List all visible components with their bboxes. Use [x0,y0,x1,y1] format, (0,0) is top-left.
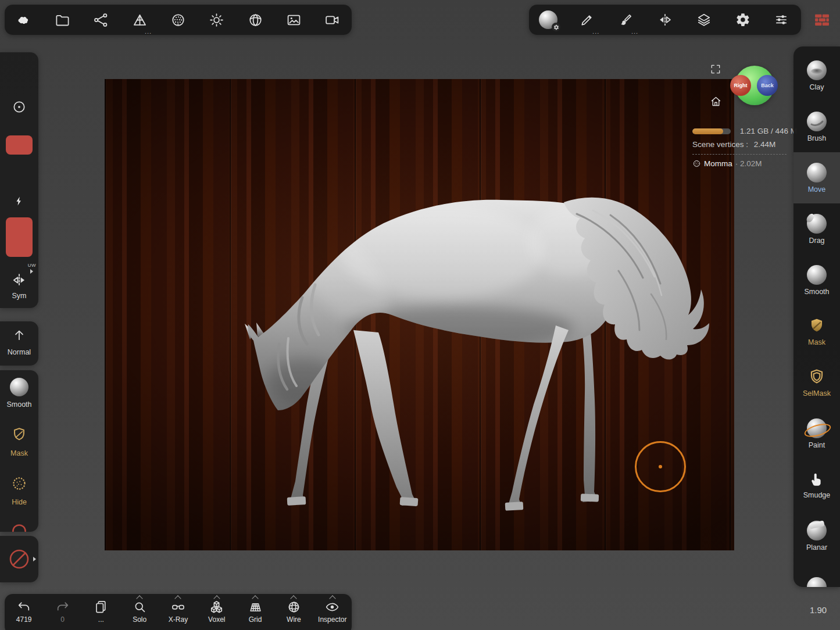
intensity-slider[interactable] [6,217,33,257]
tool-move[interactable]: Move [793,152,840,203]
gizmo-back-axis[interactable]: Back [757,75,778,96]
scene-vertices-label: Scene vertices : [692,140,748,149]
intensity-bolt-icon [13,195,25,207]
mask-quick-icon[interactable] [11,427,27,443]
sym-label: Sym [0,292,38,300]
stroke-settings-panel: UW Sym [0,52,38,308]
redo-button[interactable]: 0 [44,594,80,630]
mesh-row[interactable]: Momma · 2.02M [692,159,792,168]
planar-cut [809,520,825,529]
orientation-gizmo[interactable]: Right Back [730,61,779,110]
tool-smooth-label: Smooth [804,288,829,296]
layers-button[interactable] [690,6,718,34]
brush-cursor [635,441,686,492]
tool-paint[interactable]: Paint [793,408,840,459]
paintbrush-button[interactable]: ... [612,6,640,34]
layers-icon [696,12,712,27]
material-icon [248,12,263,28]
gizmo-right-axis[interactable]: Right [730,75,751,96]
brush-more-dots: ... [631,28,638,35]
lighting-icon [209,12,224,28]
mask-shield-icon [807,317,826,335]
home-view-icon[interactable] [710,95,722,108]
interface-sliders-button[interactable] [767,6,795,34]
radius-slider[interactable] [6,135,33,155]
files-button[interactable] [48,6,76,34]
tool-clay-label: Clay [809,84,824,91]
bricks-button[interactable] [808,6,836,34]
tool-drag[interactable]: Drag [793,203,840,255]
uw-toggle[interactable]: UW [28,263,36,274]
tool-partial[interactable] [793,561,840,587]
material-button[interactable] [241,6,269,34]
drag-icon [807,214,827,234]
xray-button[interactable]: X-Ray [160,594,196,630]
matcap-button[interactable] [534,6,562,34]
tool-smudge[interactable]: Smudge [793,459,840,510]
history-more-dots: ... [98,616,104,623]
pencil-button[interactable]: ... [573,6,601,34]
matcap-sphere-icon [539,10,557,29]
fullscreen-icon[interactable] [710,63,721,75]
inspector-button[interactable]: Inspector [314,594,351,630]
normal-arrow-icon[interactable] [12,327,27,342]
gizmo-tool-button[interactable]: ... [126,6,153,34]
solo-button[interactable]: Solo [121,594,158,630]
swatch-expand-arrow[interactable] [33,557,36,561]
solo-label: Solo [133,616,146,623]
tool-mask[interactable]: Mask [793,306,840,357]
history-button[interactable]: ... [83,594,119,630]
bricks-icon [813,11,831,28]
mesh-vertex-count: · 2.02M [735,159,762,168]
tool-selmask[interactable]: SelMask [793,357,840,408]
smooth-icon [807,265,827,285]
grid-button[interactable]: Grid [237,594,273,630]
scene-graph-icon [93,12,109,28]
undo-button[interactable]: 4719 [6,594,42,630]
settings-button[interactable] [729,6,757,34]
brush-cursor-center [659,465,662,468]
tool-mask-label: Mask [808,339,825,346]
xray-glasses-icon [171,600,185,614]
scene-graph-button[interactable] [87,6,115,34]
hide-quick-icon[interactable] [11,475,27,492]
symmetry-button[interactable] [651,6,679,34]
nomad-logo-icon [16,12,32,28]
planar-icon [807,521,827,540]
top-right-toolbar: ... ... [529,5,801,35]
tool-brush[interactable]: Brush [793,101,840,152]
tool-smooth[interactable]: Smooth [793,255,840,306]
tool-planar[interactable]: Planar [793,510,840,561]
brush-tool-icon [807,112,827,131]
sculpt-viewport[interactable] [105,79,734,550]
topology-button[interactable] [164,6,192,34]
symmetry-mirror-icon [657,12,673,27]
smooth-quick-icon[interactable] [10,378,28,396]
paint-icon [807,418,827,438]
matcap-gear-icon [552,23,560,31]
nomad-logo-button[interactable] [10,6,38,34]
gizmo-tool-icon [132,12,148,28]
uw-label: UW [28,263,36,268]
clay-dent [811,69,823,74]
clipped-quick-icon[interactable] [10,522,28,532]
lighting-button[interactable] [203,6,231,34]
hide-quick-label: Hide [0,498,38,506]
topology-icon [170,12,186,28]
tool-smudge-label: Smudge [803,492,831,499]
undo-count: 4719 [16,616,32,623]
symmetry-toggle-icon[interactable] [11,272,27,288]
history-doc-icon [94,600,108,614]
smudge-finger-icon [808,471,825,488]
camera-button[interactable] [319,6,346,34]
no-material-swatch[interactable] [6,546,32,572]
stats-divider [692,154,787,155]
wire-button[interactable]: Wire [276,594,312,630]
clay-icon [807,60,827,80]
tool-brush-label: Brush [807,135,827,142]
background-image-button[interactable] [280,6,308,34]
move-bump [810,165,818,171]
bottom-toolbar: 4719 0 ... Solo X-Ray Voxel Grid Wire In… [5,594,352,630]
tool-clay[interactable]: Clay [793,50,840,101]
voxel-button[interactable]: Voxel [199,594,235,630]
